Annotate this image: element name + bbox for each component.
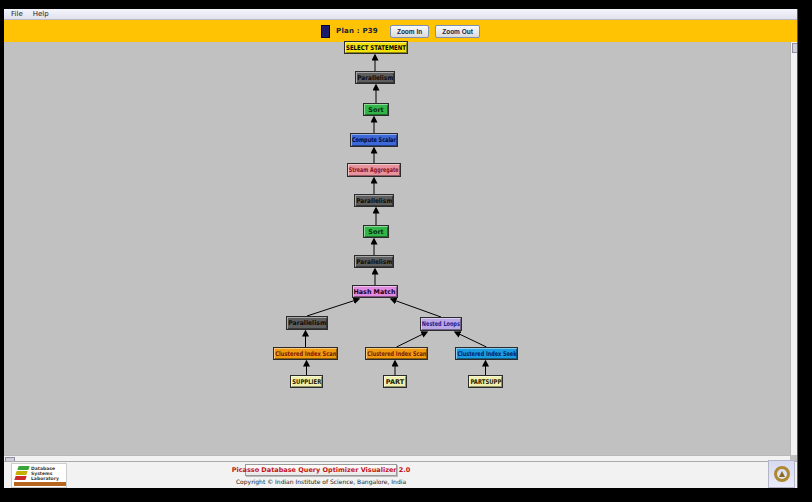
plan-node-stream-aggregate[interactable]: Stream Aggregate [347,163,401,177]
footer-bar: Database Systems Laboratory Picasso Data… [4,461,797,488]
plan-node-clustered-index-scan[interactable]: Clustered Index Scan [365,347,428,360]
vertical-scrollbar-thumb[interactable] [792,43,798,53]
plan-layer: SELECT STATEMENTParallelismSortCompute S… [4,9,797,461]
iisc-seal-icon [768,460,795,488]
plan-node-select-statement[interactable]: SELECT STATEMENT [344,41,408,54]
plan-node-sort[interactable]: Sort [363,225,389,238]
dsl-logo-text: Database Systems Laboratory [31,466,59,481]
app-title-badge: Picasso Database Query Optimizer Visuali… [245,464,397,476]
plan-node-compute-scalar[interactable]: Compute Scalar [350,133,398,147]
dsl-logo-blocks-icon [15,466,29,481]
dsl-logo-strip [14,482,66,486]
plan-node-parallelism[interactable]: Parallelism [286,316,328,330]
plan-node-partsupp[interactable]: PARTSUPP [468,375,503,388]
vertical-scrollbar[interactable] [790,42,797,455]
iisc-seal-ring [774,466,790,482]
plan-node-clustered-index-seek[interactable]: Clustered Index Seek [455,347,518,360]
plan-node-parallelism[interactable]: Parallelism [354,255,394,268]
plan-node-sort[interactable]: Sort [363,103,389,116]
plan-node-nested-loops[interactable]: Nested Loops [420,317,462,331]
app-window: File Help Plan : P39 Zoom In Zoom Out SE… [4,9,798,488]
dsl-logo-line3: Laboratory [31,476,59,481]
plan-edges [4,9,797,461]
plan-node-clustered-index-scan[interactable]: Clustered Index Scan [273,347,338,360]
plan-node-supplier[interactable]: SUPPLIER [290,375,323,388]
copyright-text: Copyright © Indian Institute of Science,… [225,478,417,485]
plan-node-parallelism[interactable]: Parallelism [354,194,394,207]
plan-node-part[interactable]: PART [383,375,407,388]
dsl-lab-logo: Database Systems Laboratory [11,463,67,488]
plan-node-hash-match[interactable]: Hash Match [352,285,398,298]
plan-node-parallelism[interactable]: Parallelism [355,71,395,84]
